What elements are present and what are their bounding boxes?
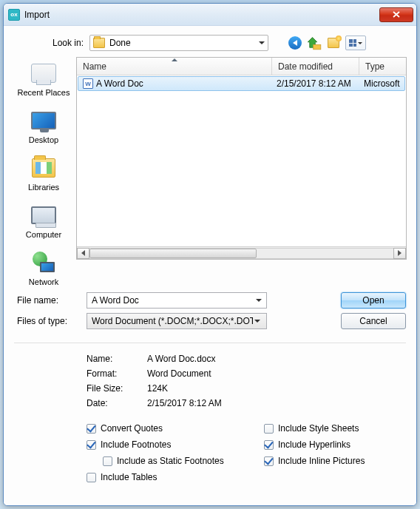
meta-size-label: File Size:	[87, 383, 147, 394]
place-label: Libraries	[28, 183, 59, 192]
scroll-left-button[interactable]	[77, 248, 89, 259]
filename-value: A Word Doc	[92, 295, 139, 306]
file-metadata: Name: A Word Doc.docx Format: Word Docum…	[14, 354, 406, 408]
file-list: Name Date modified Type W A Word Doc 2/1…	[76, 57, 407, 260]
open-button[interactable]: Open	[341, 292, 406, 309]
window-title: Import	[24, 10, 379, 20]
column-date[interactable]: Date modified	[272, 58, 359, 75]
view-menu[interactable]	[345, 36, 366, 50]
computer-icon	[31, 206, 56, 224]
import-dialog: ox Import Look in: Done	[3, 3, 417, 506]
file-name: A Word Doc	[96, 78, 143, 89]
folder-icon	[93, 38, 105, 48]
file-row[interactable]: W A Word Doc 2/15/2017 8:12 AM Microsoft	[78, 76, 405, 91]
meta-format-label: Format:	[87, 368, 147, 379]
libraries-icon	[32, 158, 55, 178]
filetype-value: Word Document (*.DOCM;*.DOCX;*.DOTM;*.D	[92, 316, 253, 326]
column-headers: Name Date modified Type	[77, 58, 406, 75]
include-tables-checkbox[interactable]: Include Tables	[87, 472, 264, 482]
back-icon	[288, 36, 302, 50]
checkbox-checked-icon	[264, 440, 274, 450]
place-label: Network	[29, 277, 58, 286]
place-label: Desktop	[29, 135, 58, 144]
word-doc-icon: W	[83, 78, 93, 89]
meta-date-value: 2/15/2017 8:12 AM	[147, 398, 406, 408]
include-static-footnotes-checkbox[interactable]: Include as Static Footnotes	[103, 456, 264, 466]
include-footnotes-checkbox[interactable]: Include Footnotes	[87, 439, 264, 450]
back-button[interactable]	[288, 36, 302, 50]
include-style-sheets-checkbox[interactable]: Include Style Sheets	[264, 423, 365, 434]
sort-asc-icon	[172, 58, 177, 61]
place-computer[interactable]: Computer	[14, 203, 73, 239]
file-date: 2/15/2017 8:12 AM	[272, 78, 359, 89]
close-button[interactable]	[379, 7, 413, 22]
network-icon	[33, 252, 55, 274]
column-name[interactable]: Name	[77, 58, 272, 75]
convert-quotes-checkbox[interactable]: Convert Quotes	[87, 423, 264, 434]
place-network[interactable]: Network	[14, 251, 73, 286]
triangle-left-icon	[81, 250, 85, 256]
recent-places-icon	[31, 64, 56, 83]
meta-name-label: Name:	[87, 354, 147, 364]
import-options: Convert Quotes Include Footnotes Include…	[14, 423, 406, 482]
up-button[interactable]	[307, 36, 322, 50]
scroll-thumb[interactable]	[89, 249, 257, 258]
close-icon	[393, 11, 400, 18]
filetype-combo[interactable]: Word Document (*.DOCM;*.DOCX;*.DOTM;*.D	[87, 313, 267, 329]
chevron-down-icon	[256, 299, 262, 302]
checkbox-checked-icon	[87, 424, 96, 434]
scroll-right-button[interactable]	[393, 248, 406, 259]
meta-date-label: Date:	[87, 398, 147, 408]
view-icon	[349, 39, 356, 47]
chevron-down-icon	[253, 316, 262, 326]
chevron-down-icon	[259, 41, 265, 44]
desktop-icon	[31, 112, 56, 129]
meta-size-value: 124K	[147, 383, 406, 394]
titlebar: ox Import	[4, 4, 416, 26]
place-recent[interactable]: Recent Places	[14, 61, 73, 97]
checkbox-unchecked-icon	[264, 424, 274, 434]
checkbox-unchecked-icon	[87, 473, 96, 482]
include-hyperlinks-checkbox[interactable]: Include Hyperlinks	[264, 439, 365, 450]
checkbox-checked-icon	[264, 456, 274, 466]
place-label: Recent Places	[18, 88, 70, 97]
meta-format-value: Word Document	[147, 368, 406, 379]
filetype-label: Files of type:	[14, 316, 87, 326]
lookin-label: Look in:	[14, 38, 84, 48]
new-folder-button[interactable]	[326, 36, 341, 50]
lookin-combo[interactable]: Done	[89, 35, 268, 51]
scroll-track[interactable]	[89, 248, 393, 259]
divider	[14, 343, 406, 343]
chevron-down-icon	[358, 42, 362, 44]
horizontal-scrollbar[interactable]	[77, 246, 406, 259]
checkbox-unchecked-icon	[103, 456, 112, 466]
app-icon: ox	[8, 9, 20, 21]
cancel-button[interactable]: Cancel	[341, 313, 406, 329]
column-type[interactable]: Type	[359, 58, 406, 75]
checkbox-checked-icon	[87, 440, 96, 450]
filename-input[interactable]: A Word Doc	[87, 292, 267, 309]
file-type: Microsoft	[359, 78, 404, 89]
up-level-icon	[307, 36, 322, 50]
triangle-right-icon	[398, 250, 402, 256]
lookin-value: Done	[109, 38, 131, 48]
meta-name-value: A Word Doc.docx	[147, 354, 406, 364]
filename-label: File name:	[14, 295, 87, 306]
place-desktop[interactable]: Desktop	[14, 109, 73, 144]
place-libraries[interactable]: Libraries	[14, 156, 73, 192]
places-bar: Recent Places Desktop Libraries Computer…	[14, 57, 73, 286]
svg-rect-0	[314, 45, 321, 50]
new-folder-icon	[328, 38, 339, 48]
include-inline-pictures-checkbox[interactable]: Include Inline Pictures	[264, 456, 365, 466]
place-label: Computer	[26, 230, 61, 239]
